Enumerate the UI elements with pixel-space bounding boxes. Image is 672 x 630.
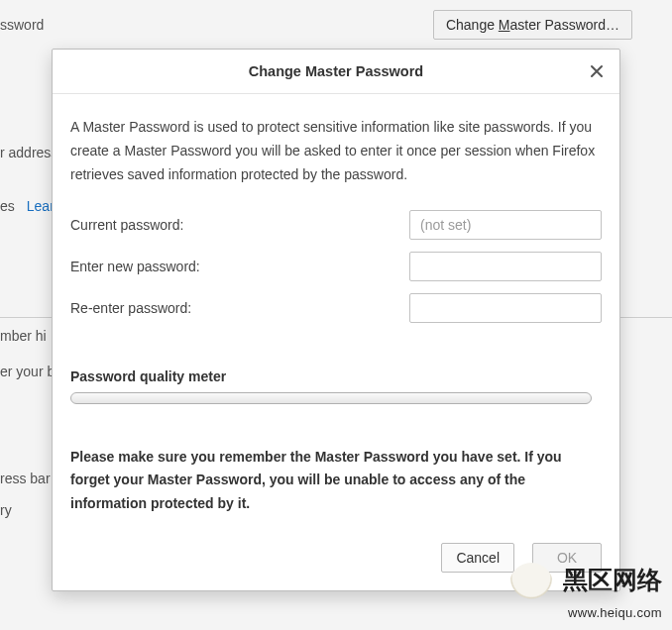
watermark: 黑区网络 www.heiqu.com xyxy=(509,563,662,620)
close-icon[interactable] xyxy=(586,60,608,82)
quality-meter-label: Password quality meter xyxy=(70,368,602,384)
change-master-password-dialog: Change Master Password A Master Password… xyxy=(52,49,620,591)
intro-text: A Master Password is used to protect sen… xyxy=(70,116,602,186)
current-password-label: Current password: xyxy=(70,217,409,233)
password-quality-meter xyxy=(70,392,592,404)
mushroom-icon xyxy=(509,563,553,606)
reenter-password-input[interactable] xyxy=(409,293,602,323)
dialog-header: Change Master Password xyxy=(53,50,619,94)
new-password-input[interactable] xyxy=(409,252,602,281)
dialog-title: Change Master Password xyxy=(249,63,423,79)
reenter-password-label: Re-enter password: xyxy=(70,300,409,316)
cancel-button[interactable]: Cancel xyxy=(441,543,514,573)
watermark-main: 黑区网络 xyxy=(563,565,662,592)
new-password-label: Enter new password: xyxy=(70,259,409,274)
current-password-input[interactable] xyxy=(409,210,602,240)
warning-text: Please make sure you remember the Master… xyxy=(70,446,602,514)
watermark-sub: www.heiqu.com xyxy=(509,606,662,620)
